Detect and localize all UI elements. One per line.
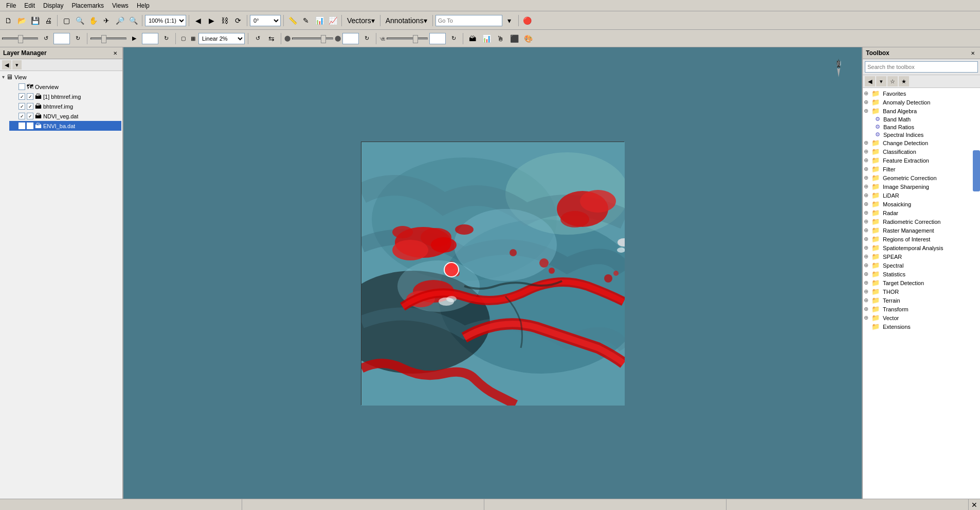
link-button[interactable]: ⛓ (219, 14, 231, 27)
toolbox-item-vector[interactable]: ⊕📁Vector (864, 313, 979, 322)
menu-help[interactable]: Help (133, 1, 154, 10)
layer-overview-item[interactable]: 🗺 Overview (9, 82, 121, 92)
stretch-apply-button[interactable]: ▦ (189, 32, 197, 45)
layer-bhtmref1-item[interactable]: 🏔 [1] bhtmref.img (9, 92, 121, 101)
stretch-reverse-button[interactable]: ⇆ (265, 32, 278, 45)
toolbox-item-terrain[interactable]: ⊕📁Terrain (864, 296, 979, 305)
toolbox-item-spatiotemporal_analysis[interactable]: ⊕📁Spatiotemporal Analysis (864, 243, 979, 252)
histogram-button[interactable]: 📊 (480, 32, 493, 45)
contrast-sync-button[interactable]: ↻ (160, 32, 172, 45)
stretch-options-button[interactable]: ▢ (179, 32, 187, 45)
layer-view-item[interactable]: ▾ 🖥 View (1, 72, 121, 82)
stretch-select[interactable]: Linear 2% (198, 33, 245, 44)
opacity-reset-button[interactable]: ↻ (360, 32, 373, 45)
pan-left-button[interactable]: ◀ (192, 14, 204, 27)
toolbox-search-input[interactable] (865, 61, 978, 73)
layer-style-button[interactable]: 🎨 (522, 32, 534, 45)
bhtmref-checkbox[interactable] (19, 103, 25, 110)
stretch-reset-button[interactable]: ↺ (251, 32, 264, 45)
bhtmref-vis-checkbox[interactable] (27, 103, 33, 110)
envi-ba-vis-checkbox[interactable] (27, 122, 33, 129)
menu-display[interactable]: Display (39, 1, 67, 10)
overview-checkbox[interactable] (19, 83, 25, 90)
brightness-reset-button[interactable]: ↺ (40, 32, 52, 45)
vectors-button[interactable]: Vectors ▾ (344, 14, 377, 27)
sharpen-reset-button[interactable]: ↻ (447, 32, 460, 45)
toolbox-item-classification[interactable]: ⊕📁Classification (864, 147, 979, 156)
zoom-level-select[interactable]: 100% (1:1) (145, 15, 186, 26)
toolbox-item-band_math[interactable]: ⚙Band Math (864, 115, 979, 123)
layer-collapse-button[interactable]: ◀ (2, 60, 11, 69)
pan-right-button[interactable]: ▶ (205, 14, 217, 27)
toolbox-item-regions_of_interest[interactable]: ⊕📁Regions of Interest (864, 235, 979, 243)
brightness-value-input[interactable]: 50 (53, 33, 70, 44)
toolbox-item-anomaly_detection[interactable]: ⊕📁Anomaly Detection (864, 98, 979, 107)
menu-placemarks[interactable]: Placemarks (67, 1, 108, 10)
measure-button[interactable]: 📏 (286, 14, 299, 27)
toolbox-item-change_detection[interactable]: ⊕📁Change Detection (864, 138, 979, 147)
toolbox-item-favorites[interactable]: ⊕📁Favorites (864, 89, 979, 98)
toolbox-collapse-all-button[interactable]: ◀ (865, 76, 875, 86)
contrast-reset-button[interactable]: ▶ (128, 32, 140, 45)
spectral-button[interactable]: 📊 (313, 14, 325, 27)
brightness-sync-button[interactable]: ↻ (71, 32, 84, 45)
ndvi-checkbox[interactable] (19, 113, 25, 119)
menu-file[interactable]: File (2, 1, 20, 10)
goto-dropdown-button[interactable]: ▾ (503, 14, 516, 27)
sync-button[interactable]: ⟳ (232, 14, 244, 27)
toolbox-item-spectral_indices[interactable]: ⚙Spectral Indices (864, 131, 979, 138)
zoom-out-button[interactable]: 🔎 (114, 14, 126, 27)
toolbox-item-raster_management[interactable]: ⊕📁Raster Management (864, 226, 979, 235)
envi-ba-checkbox[interactable] (19, 122, 25, 129)
toolbox-item-band_ratios[interactable]: ⚙Band Ratios (864, 123, 979, 131)
goto-input[interactable] (435, 15, 502, 26)
bhtmref1-vis-checkbox[interactable] (27, 93, 33, 100)
layer-envi-ba-item[interactable]: 🏔 ENVI_ba.dat (9, 121, 121, 131)
chip-button[interactable]: 🔴 (521, 14, 534, 27)
select-tool-button[interactable]: ▢ (60, 14, 72, 27)
chip-export-button[interactable]: 🏔 (466, 32, 479, 45)
status-close-button[interactable]: ✕ (969, 499, 980, 511)
toolbox-item-radiometric_correction[interactable]: ⊕📁Radiometric Correction (864, 217, 979, 226)
toolbox-item-transform[interactable]: ⊕📁Transform (864, 305, 979, 313)
profile-button[interactable]: 📈 (326, 14, 339, 27)
toolbox-item-spectral[interactable]: ⊕📁Spectral (864, 261, 979, 270)
bhtmref1-checkbox[interactable] (19, 93, 25, 100)
toolbox-item-statistics[interactable]: ⊕📁Statistics (864, 270, 979, 278)
toolbox-item-target_detection[interactable]: ⊕📁Target Detection (864, 278, 979, 287)
ndvi-vis-checkbox[interactable] (27, 113, 33, 119)
toolbox-unfavorite-button[interactable]: ★ (899, 76, 909, 86)
layer-expand-button[interactable]: ▾ (12, 60, 22, 69)
annotation-button[interactable]: ✎ (300, 14, 312, 27)
annotations-button[interactable]: Annotations ▾ (383, 14, 430, 27)
toolbox-item-feature_extraction[interactable]: ⊕📁Feature Extraction (864, 156, 979, 165)
toolbox-item-spear[interactable]: ⊕📁SPEAR (864, 252, 979, 261)
rotation-select[interactable]: 0° (250, 15, 281, 26)
toolbox-item-lidar[interactable]: ⊕📁LiDAR (864, 191, 979, 200)
print-button[interactable]: 🖨 (42, 14, 55, 27)
contrast-value-input[interactable]: 20 (142, 33, 158, 44)
menu-edit[interactable]: Edit (20, 1, 39, 10)
toolbox-item-thor[interactable]: ⊕📁THOR (864, 287, 979, 296)
toolbox-item-extensions[interactable]: 📁Extensions (864, 322, 979, 331)
toolbox-scrollbar-thumb[interactable] (973, 150, 980, 191)
chip-slice-button[interactable]: ⬛ (508, 32, 520, 45)
map-area[interactable]: N (123, 47, 862, 499)
toolbox-item-mosaicking[interactable]: ⊕📁Mosaicking (864, 200, 979, 208)
layer-bhtmref-item[interactable]: 🏔 bhtmref.img (9, 101, 121, 111)
toolbox-item-geometric_correction[interactable]: ⊕📁Geometric Correction (864, 173, 979, 182)
toolbox-close-button[interactable]: ✕ (969, 49, 977, 57)
toolbox-item-filter[interactable]: ⊕📁Filter (864, 165, 979, 173)
opacity-value-input[interactable]: 100 (342, 33, 359, 44)
toolbox-item-image_sharpening[interactable]: ⊕📁Image Sharpening (864, 182, 979, 191)
layer-ndvi-item[interactable]: 🏔 NDVI_veg.dat (9, 111, 121, 121)
save-file-button[interactable]: 💾 (29, 14, 41, 27)
menu-views[interactable]: Views (108, 1, 133, 10)
pan-button[interactable]: ✋ (87, 14, 99, 27)
toolbox-item-band_algebra[interactable]: ⊕📁Band Algebra (864, 107, 979, 115)
new-file-button[interactable]: 🗋 (2, 14, 14, 27)
zoom-search-button[interactable]: 🔍 (127, 14, 139, 27)
sharpen-value-input[interactable]: 80 (429, 33, 446, 44)
cursor-value-button[interactable]: 🖱 (494, 32, 506, 45)
toolbox-expand-all-button[interactable]: ▾ (876, 76, 886, 86)
